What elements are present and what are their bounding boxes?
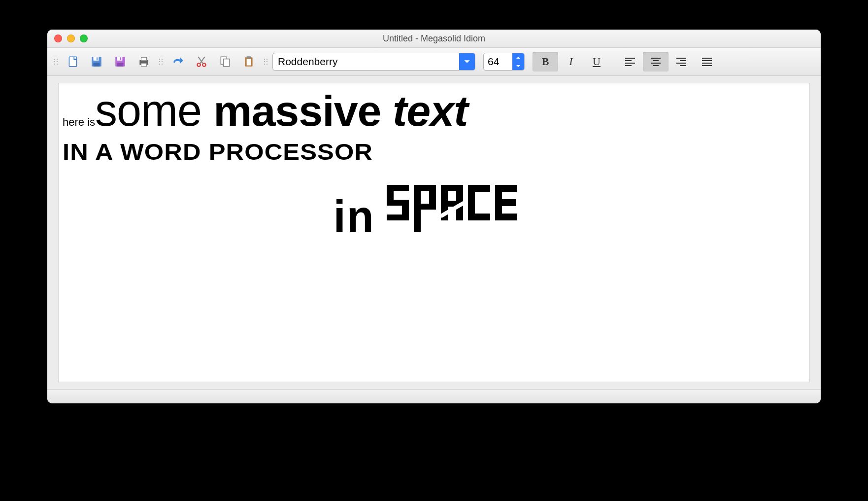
svg-rect-0	[69, 57, 76, 67]
text-run: massive	[213, 86, 393, 135]
align-center-button[interactable]	[643, 52, 668, 72]
text-run: text	[393, 86, 468, 135]
svg-rect-8	[120, 57, 121, 60]
font-size-select[interactable]	[483, 53, 525, 71]
chevron-down-icon[interactable]	[459, 53, 475, 70]
chevron-up-icon[interactable]	[512, 53, 524, 62]
svg-rect-10	[141, 57, 147, 61]
redo-button[interactable]	[167, 51, 188, 72]
app-window: Untitled - Megasolid Idiom	[47, 30, 821, 403]
font-family-select[interactable]	[272, 53, 475, 71]
svg-rect-17	[247, 59, 251, 66]
document-page[interactable]: here issome massive text IN A WORD PROCE…	[58, 83, 810, 382]
align-left-button[interactable]	[617, 52, 643, 72]
font-family-input[interactable]	[273, 56, 459, 68]
text-run: in	[334, 192, 375, 241]
text-line: in	[63, 185, 805, 242]
align-group	[617, 52, 720, 72]
chevron-down-icon[interactable]	[512, 62, 524, 70]
statusbar	[47, 389, 821, 403]
svg-rect-3	[94, 63, 100, 67]
underline-button[interactable]: U	[584, 52, 609, 72]
minimize-icon[interactable]	[67, 35, 75, 42]
svg-rect-11	[141, 63, 147, 67]
copy-button[interactable]	[215, 51, 235, 72]
bold-button[interactable]: B	[533, 52, 558, 72]
paste-button[interactable]	[238, 51, 259, 72]
font-size-stepper[interactable]	[512, 53, 524, 70]
window-title: Untitled - Megasolid Idiom	[383, 34, 485, 44]
toolbar-grip-icon	[262, 59, 269, 65]
close-icon[interactable]	[54, 35, 62, 42]
font-size-input[interactable]	[484, 56, 512, 68]
text-line: IN A WORD PROCESSOR	[63, 139, 821, 165]
text-run: here is	[63, 116, 95, 128]
align-justify-button[interactable]	[694, 52, 720, 72]
traffic-lights	[54, 35, 88, 42]
svg-rect-18	[247, 56, 251, 58]
toolbar: B I U	[47, 48, 821, 76]
save-as-button[interactable]	[110, 51, 131, 72]
svg-rect-4	[97, 57, 98, 60]
zoom-icon[interactable]	[80, 35, 88, 42]
align-right-button[interactable]	[668, 52, 694, 72]
svg-rect-6	[117, 57, 123, 61]
text-line: here issome massive text	[63, 88, 805, 133]
svg-rect-2	[94, 57, 99, 61]
svg-rect-7	[117, 63, 124, 67]
text-run-space	[387, 185, 534, 234]
canvas-area: here issome massive text IN A WORD PROCE…	[47, 76, 821, 389]
format-group: B I U	[533, 52, 609, 72]
print-button[interactable]	[134, 51, 154, 72]
cut-button[interactable]	[191, 51, 212, 72]
titlebar: Untitled - Megasolid Idiom	[47, 30, 821, 48]
text-run: some	[95, 86, 213, 135]
save-button[interactable]	[86, 51, 107, 72]
toolbar-grip-icon	[157, 59, 165, 65]
svg-rect-15	[224, 59, 230, 67]
italic-button[interactable]: I	[558, 52, 584, 72]
toolbar-grip-icon	[52, 59, 60, 65]
new-file-button[interactable]	[63, 51, 83, 72]
